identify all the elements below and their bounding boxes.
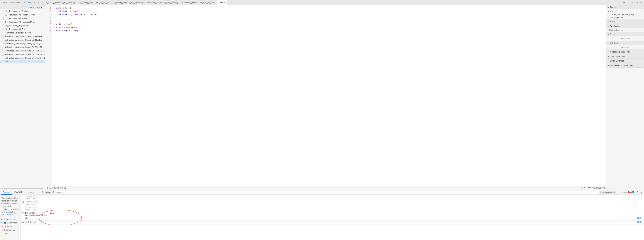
sidebar-item-8[interactable]: 📄Advanded_Javascript_Scope_03_Hositing <box>0 38 45 42</box>
sidebar-item-tbd[interactable]: 📄 TBD <box>0 60 45 63</box>
nav-page[interactable]: Page <box>1 1 9 4</box>
thread-main[interactable]: ▶ Main <box>606 9 644 13</box>
cursor-position: Line 8, Column 21 <box>50 187 66 189</box>
tab-whats-new[interactable]: What's New <box>12 190 26 195</box>
tab-more-icon[interactable]: » <box>227 1 230 4</box>
sidebar-item-13[interactable]: 📄Advanded_Javascript_Scope_04_This_04_Ne… <box>0 56 45 60</box>
entry-content-1: Expression undefined <box>26 200 642 205</box>
console-entry-1: ✕ Expression undefined <box>21 200 644 206</box>
sidebar-user-messages-item[interactable]: ▶ 👤 2 user mes... <box>0 221 20 224</box>
file-icon: 📄 <box>2 50 4 52</box>
add-snippet-btn[interactable]: + New snippet <box>27 6 44 9</box>
sidebar-item-1[interactable]: 📄12_Recursion_02_Helper_Method <box>0 13 45 16</box>
step-btn[interactable]: ↗ <box>635 1 638 4</box>
entry-content-0: Expression undefined <box>26 195 642 200</box>
clear-console-btn[interactable]: 🚫 <box>40 190 44 194</box>
sidebar-info-item[interactable]: ℹ 2 info <box>0 232 20 235</box>
entry-clear-0[interactable]: ✕ <box>22 195 24 198</box>
nav-filesystem[interactable]: Filesystem <box>9 1 22 4</box>
bp-arrow: ▼ <box>608 25 609 27</box>
tab-4[interactable]: Advanded_Javasc...4_hard_binding <box>145 0 180 5</box>
sidebar-item-12[interactable]: 📄Advanded_Javascript_Scope_04_This_04_ha… <box>0 52 45 56</box>
dom-header[interactable]: ▶ DOM Breakpoints <box>606 54 644 58</box>
sidebar-item-4[interactable]: 📄15_Recursion_05_Range <box>0 24 45 27</box>
console-main: ✕ Expression undefined ✕ Expression unde… <box>21 195 644 240</box>
sidebar-item-10[interactable]: 📄Advanded_Javascript_Scope_04_This_02 <box>0 45 45 49</box>
step-into-btn[interactable]: ↓ <box>626 1 630 4</box>
file-icon: 📄 <box>2 32 4 34</box>
el-header[interactable]: ▶ Event Listener Breakpoints <box>606 63 644 68</box>
filter-input[interactable] <box>56 191 600 194</box>
run-btn[interactable]: ▶ ⌘+Enter Coverage: n/a <box>582 186 605 189</box>
sidebar-no-errors-item[interactable]: ✕ No errors <box>0 224 20 228</box>
sidebar-item-9[interactable]: 📄Advanded_Javascript_Scope_04_This_01 <box>0 42 45 45</box>
code-editor[interactable]: function foo() { this.baz = "baz" consol… <box>52 5 606 186</box>
tab-3[interactable]: 11_Sliding_Wind...n_04_substring <box>111 0 145 5</box>
entry-value-3: undefined [object Object] <box>25 214 47 216</box>
sidebar-item-6[interactable]: 📄Advanced_Javascript_Scope <box>0 31 45 34</box>
pretty-print-btn[interactable]: {} <box>46 187 48 189</box>
issue-tracker-link[interactable]: issue tracker <box>2 214 12 216</box>
entry-source-tbd1[interactable]: TBD:1 <box>637 221 642 223</box>
sidebar-scrollbar[interactable] <box>2 188 44 189</box>
entry-value-1: undefined <box>26 203 642 205</box>
entry-clear-1[interactable]: ✕ <box>22 201 24 203</box>
notice-period: . <box>12 214 13 216</box>
tab-console[interactable]: Console <box>1 190 12 195</box>
sidebar-item-0[interactable]: 📄12_Recursion_01_Factorial <box>0 9 45 13</box>
threads-header[interactable]: ▼ Threads <box>606 5 644 9</box>
close-bottom-panel-btn[interactable]: ✕ <box>641 191 643 194</box>
top-dropdown[interactable]: top ▾ <box>45 191 51 194</box>
sidebar-messages-item[interactable]: ▶ ≡ 2 messages <box>0 217 20 221</box>
expand-entry-icon[interactable]: ▶ <box>22 221 24 224</box>
entry-value-2: undefined <box>26 208 642 211</box>
entry-content-2: Expression undefined <box>26 206 642 211</box>
options-icon[interactable]: ⋯ <box>38 1 40 4</box>
scope-header[interactable]: ▶ Scope <box>606 32 644 36</box>
tab-issues[interactable]: Issues <box>26 190 36 195</box>
nav-snippets[interactable]: Snippets <box>22 1 32 4</box>
tab-1[interactable]: 09_Sliding_Wind...rn_03_subarray <box>43 0 78 5</box>
entry-content-4: undefined <box>25 221 636 223</box>
entry-clear-2[interactable]: ✕ <box>22 206 24 209</box>
entry-label-2: Expression <box>26 206 642 208</box>
settings-btn[interactable]: ⚙ <box>636 190 639 194</box>
tab-tbd-close[interactable]: ✕ <box>224 2 225 4</box>
thread-bg-image[interactable]: custom_background_image <box>606 13 644 16</box>
sidebar-item-2[interactable]: 📄13_Recursion_03_Power <box>0 16 45 20</box>
levels-dropdown[interactable]: Default levels ▾ <box>600 191 616 194</box>
watch-header[interactable]: ▶ Watch <box>606 20 644 24</box>
deactivate-btn[interactable]: ⊘ <box>639 1 643 4</box>
global-listeners-section: ▶ Global Listeners <box>606 59 644 63</box>
entry-source-tbd3[interactable]: TBD:3 <box>48 212 54 214</box>
call-stack-header[interactable]: ▶ Call Stack <box>606 41 644 45</box>
levels-label: Default levels <box>602 191 614 194</box>
dropdown-arrow-icon: ▾ <box>49 191 50 194</box>
pause-btn[interactable]: ⏸ <box>618 1 621 4</box>
xhr-header[interactable]: ▶ XHR/fetch Breakpoints <box>606 50 644 54</box>
sidebar-item-3[interactable]: 📄14_Recursion_04_ProductOfArray <box>0 20 45 24</box>
sidebar-item-5[interactable]: 📄16_Recursion_06_Fib <box>0 27 45 31</box>
eye-btn[interactable]: 👁 <box>52 190 55 194</box>
entry-clear-3[interactable]: ✕ <box>22 212 24 214</box>
entry-source-tbd8[interactable]: TBD:8 <box>637 217 642 219</box>
line-numbers: 12345678 <box>45 5 52 186</box>
top-nav: Page Filesystem Snippets <box>1 1 32 4</box>
nav-more-icon[interactable]: » <box>34 1 35 4</box>
tab-tbd[interactable]: TBD ✕ <box>217 0 227 5</box>
group-body-3: baz TBD:8 <box>21 216 644 220</box>
step-out-btn[interactable]: ↑ <box>631 1 634 4</box>
gl-header[interactable]: ▶ Global Listeners <box>606 59 644 63</box>
thread-google-bar[interactable]: one-google-bar <box>606 16 644 19</box>
sidebar-item-label: Advanded_Javascript_Scope_03_Hositing <box>5 39 42 41</box>
sidebar-item-11[interactable]: 📄Advanded_Javascript_Scope_04_This_03_ha… <box>0 49 45 52</box>
tab-5[interactable]: Advanded_Javasc...04_This_04_New <box>180 0 217 5</box>
tab-2[interactable]: 10_Sliding_Wind...tern_04_length <box>78 0 111 5</box>
sidebar-item-7[interactable]: 📄Advanded_Javascript_Scope_02_Hositing <box>0 34 45 38</box>
status-right: ▶ ⌘+Enter Coverage: n/a <box>582 186 605 189</box>
gl-label: Global Listeners <box>610 60 624 62</box>
sidebar-no-warnings-item[interactable]: ⚠ No warnings <box>0 228 20 232</box>
breakpoints-header[interactable]: ▼ Breakpoints <box>606 24 644 28</box>
step-over-btn[interactable]: ↩ <box>622 1 626 4</box>
bottom-left-sidebar: This sidebar will be removed in a future… <box>0 195 21 240</box>
